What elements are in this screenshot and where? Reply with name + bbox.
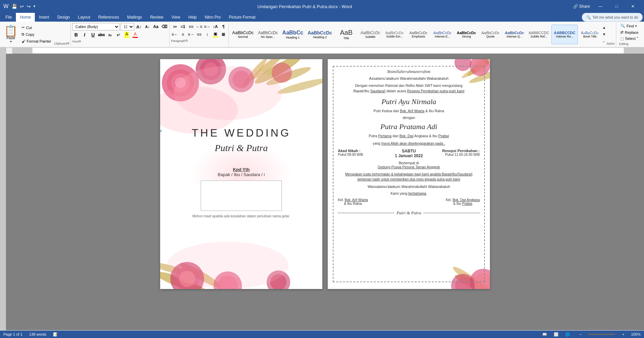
customize-btn[interactable]: ▾ xyxy=(32,4,36,9)
shrink-font-btn[interactable]: A↓ xyxy=(144,23,151,30)
redo-btn[interactable]: ↪ xyxy=(26,3,32,10)
maximize-btn[interactable]: □ xyxy=(609,1,624,11)
tab-references[interactable]: References xyxy=(94,13,123,22)
multilevel-btn[interactable]: ≡≡ xyxy=(187,23,195,30)
clipboard-group: 📋 Paste ▾ ✂ Cut ⧉ Copy 🖌 Format Painter xyxy=(1,22,71,46)
underline-btn[interactable]: U xyxy=(89,31,97,39)
clipboard-expand-icon[interactable]: ⧉ xyxy=(67,42,69,45)
sort-btn[interactable]: ↕A xyxy=(212,23,219,30)
style-no-space[interactable]: AaBbCcDc No Spac... xyxy=(256,25,280,44)
select-btn[interactable]: ⬚ Select ˅ xyxy=(619,36,640,42)
style-book-title[interactable]: AaBbCcDc Book Title xyxy=(578,25,602,44)
style-heading2[interactable]: AaBbCcDc Heading 2 xyxy=(306,25,334,44)
kami-text: Kami yang berbahagia, xyxy=(338,191,480,195)
show-marks-btn[interactable]: ¶ xyxy=(220,23,227,30)
style-subtitle[interactable]: AaBbCcDc Subtitle xyxy=(358,25,382,44)
style-intense-em[interactable]: AaBbCcDc Intense E... xyxy=(430,25,454,44)
zoom-slider[interactable] xyxy=(588,334,615,335)
cut-btn[interactable]: ✂ Cut xyxy=(20,25,53,31)
styles-scroll-up[interactable]: ▲ xyxy=(602,26,606,29)
view-read[interactable]: 📖 xyxy=(542,332,547,337)
font-color-btn[interactable]: A xyxy=(131,31,139,38)
align-left-btn[interactable]: ≡← xyxy=(171,31,178,38)
font-group: Calibri (Body) 11 A↑ A↓ Aa ⌫ B I U abc x… xyxy=(71,22,170,46)
increase-indent-btn[interactable]: ≡→ xyxy=(203,23,211,30)
tab-home[interactable]: Home xyxy=(16,13,35,22)
kpd-label: Kpd Yth xyxy=(160,167,322,172)
tab-design[interactable]: Design xyxy=(53,13,74,22)
save-btn[interactable]: 💾 xyxy=(10,3,18,10)
tab-picture-format[interactable]: Picture Format xyxy=(225,13,259,22)
subscript-btn[interactable]: x₂ xyxy=(106,31,114,39)
bullets-btn[interactable]: ≡• xyxy=(171,23,178,30)
footer-names-row: Putri & Putra xyxy=(338,210,480,216)
styles-scroll-down[interactable]: ▼ xyxy=(602,32,606,36)
paragraph-expand-icon[interactable]: ⧉ xyxy=(185,39,188,43)
minimize-btn[interactable]: — xyxy=(593,1,608,11)
styles-expand[interactable]: ⌄ xyxy=(602,39,606,43)
style-intense-q[interactable]: AaBbCcDc Intense Q... xyxy=(502,25,526,44)
style-subtle-em[interactable]: AaBbCcDc Subtle Em... xyxy=(382,25,406,44)
clear-format-btn[interactable]: ⌫ xyxy=(160,23,168,30)
style-intense-ref[interactable]: AaBbCcDc Intense Re... xyxy=(551,25,577,44)
format-painter-btn[interactable]: 🖌 Format Painter xyxy=(20,38,53,44)
tab-view[interactable]: View xyxy=(168,13,184,22)
tab-nitro[interactable]: Nitro Pro xyxy=(201,13,225,22)
decrease-indent-btn[interactable]: ←≡ xyxy=(195,23,203,30)
wassalam: Wassalamu'alaikum Warahmatullahi Wabarak… xyxy=(338,185,480,189)
tab-layout[interactable]: Layout xyxy=(74,13,94,22)
line-spacing-btn[interactable]: ↕ xyxy=(203,31,211,38)
doc-main[interactable]: ⚓ THE WEDDING Putri & Putra Kpd Yth Bapa… xyxy=(6,54,644,330)
zoom-in[interactable]: + xyxy=(622,332,624,336)
tab-file[interactable]: File xyxy=(1,13,16,22)
style-emphasis[interactable]: AaBbCcDc Emphasis xyxy=(406,25,430,44)
tab-help[interactable]: Help xyxy=(184,13,201,22)
zoom-out[interactable]: − xyxy=(579,332,581,336)
event-intro: yang Insya Allah akan diselenggarakan pa… xyxy=(338,141,480,145)
copy-btn[interactable]: ⧉ Copy xyxy=(20,31,53,38)
style-title[interactable]: AaB Title xyxy=(335,25,358,44)
view-web[interactable]: 🌐 xyxy=(565,332,570,337)
tab-review[interactable]: Review xyxy=(146,13,167,22)
justify-btn[interactable]: ≡≡ xyxy=(195,31,203,38)
shading-btn[interactable]: ▣ xyxy=(212,31,219,38)
paste-btn[interactable]: 📋 Paste ▾ xyxy=(3,23,19,46)
view-print[interactable]: ⬜ xyxy=(554,332,559,337)
family-row: Kel. Bpk. Arif Wiarta & Ibu Ratna Kel. B… xyxy=(338,198,480,206)
style-subtle-ref[interactable]: AaBbCcDc Subtle Ref... xyxy=(526,25,551,44)
share-btn[interactable]: 🔗 Share xyxy=(573,4,590,9)
tab-mailings[interactable]: Mailings xyxy=(123,13,146,22)
italic-btn[interactable]: I xyxy=(81,31,88,39)
address-box[interactable] xyxy=(201,180,282,211)
groom-name: Putra Pratama Adi xyxy=(338,122,480,131)
strikethrough-btn[interactable]: abc xyxy=(98,31,105,39)
close-btn[interactable]: ✕ xyxy=(625,1,641,11)
honor-text: Merupakan suatu kehormatan & kebahagiaan… xyxy=(338,172,480,182)
undo-btn[interactable]: ↩ xyxy=(19,3,25,10)
grow-font-btn[interactable]: A↑ xyxy=(135,23,143,30)
address-section: Kpd Yth Bapak / Ibu / Saudara / i Mohon … xyxy=(160,167,322,218)
search-bar[interactable]: 🔍 Tell me what you want to do xyxy=(582,13,643,22)
change-case-btn[interactable]: Aa xyxy=(152,23,159,30)
superscript-btn[interactable]: x² xyxy=(115,31,122,39)
status-bar: Page 1 of 1 138 words 📝 📖 ⬜ 🌐 − + 100% xyxy=(0,331,644,338)
style-normal[interactable]: AaBbCcDc Normal xyxy=(230,25,256,44)
style-strong[interactable]: AaBbCcDc Strong xyxy=(454,25,478,44)
font-expand-icon[interactable]: ⧉ xyxy=(79,40,81,43)
borders-btn[interactable]: ⊞ xyxy=(220,31,227,38)
numbering-btn[interactable]: ≡1 xyxy=(179,23,187,30)
style-heading1[interactable]: AaBbCc Heading 1 xyxy=(280,25,305,44)
bold-btn[interactable]: B xyxy=(72,31,80,39)
find-btn[interactable]: 🔍 Find ▾ xyxy=(619,23,640,29)
align-right-btn[interactable]: ≡→ xyxy=(187,31,195,38)
font-family-select[interactable]: Calibri (Body) xyxy=(72,23,120,30)
style-quote[interactable]: AaBbCcDc Quote xyxy=(478,25,502,44)
font-size-select[interactable]: 11 xyxy=(121,23,134,30)
editing-group: 🔍 Find ▾ ⇄ Replace ⬚ Select ˅ Editing xyxy=(616,22,643,46)
align-center-btn[interactable]: ≡ xyxy=(179,31,187,38)
tab-insert[interactable]: Insert xyxy=(35,13,53,22)
highlight-btn[interactable]: A xyxy=(123,31,130,38)
to-text: Bapak / Ibu / Saudara / i xyxy=(160,172,322,177)
replace-btn[interactable]: ⇄ Replace xyxy=(619,29,640,35)
paragraph-group: ≡• ≡1 ≡≡ ←≡ ≡→ ↕A ¶ ≡← ≡ ≡→ ≡≡ ↕ ▣ ⊞ xyxy=(170,22,229,46)
